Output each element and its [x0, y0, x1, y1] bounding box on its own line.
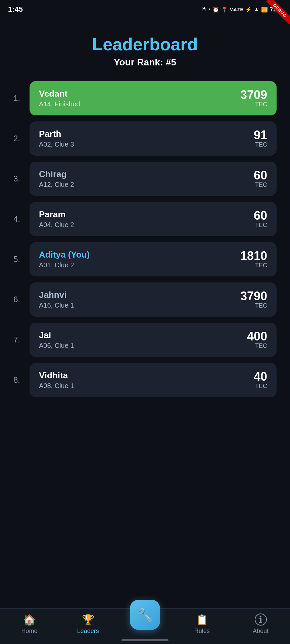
rank-number: 7. [13, 335, 30, 344]
wifi-icon: ▲ [254, 6, 259, 12]
user-rank: Your Rank: #5 [7, 57, 283, 68]
leaderboard-card[interactable]: VedantA14, Finished3709TEC [30, 81, 277, 115]
rules-icon: 📋 [196, 614, 208, 626]
score-wrap: 60TEC [254, 169, 267, 189]
rank-number: 8. [13, 375, 30, 385]
player-name: Parth [39, 129, 74, 139]
signal-icon: 📶 [261, 6, 268, 13]
leaderboard-card[interactable]: JaiA06, Clue 1400TEC [30, 323, 277, 357]
player-score: 1810 [240, 250, 267, 262]
score-unit: TEC [240, 101, 267, 108]
status-bar: 1:45 🖹 • ⏰ 📍 VoLTE ⚡ ▲ 📶 72% [0, 0, 290, 17]
score-unit: TEC [240, 262, 267, 269]
home-icon: 🏠 [23, 614, 36, 626]
player-name: Chirag [39, 169, 74, 179]
rank-number: 6. [13, 295, 30, 304]
status-icons: 🖹 • ⏰ 📍 VoLTE ⚡ ▲ 📶 72% [201, 6, 282, 13]
player-info: VidhitaA08, Clue 1 [39, 370, 74, 390]
wrench-icon: 🔧 [137, 607, 153, 622]
score-wrap: 1810TEC [240, 250, 267, 269]
player-info: ChiragA12, Clue 2 [39, 169, 74, 189]
score-wrap: 60TEC [254, 210, 267, 229]
table-row: 2.ParthA02, Clue 391TEC [13, 121, 277, 156]
status-time: 1:45 [8, 5, 23, 14]
player-info: ParthA02, Clue 3 [39, 129, 74, 148]
score-unit: TEC [254, 222, 267, 229]
table-row: 5.Aditya (You)A01, Clue 21810TEC [13, 242, 277, 276]
player-score: 60 [254, 169, 267, 181]
player-progress: A02, Clue 3 [39, 141, 74, 148]
bottom-nav: 🏠 Home 🏆 Leaders 🔧 📋 Rules ℹ About [0, 608, 290, 644]
dot-icon: • [208, 6, 210, 12]
info-icon: ℹ [255, 613, 267, 626]
score-wrap: 3709TEC [240, 89, 267, 108]
player-score: 91 [254, 129, 267, 141]
score-unit: TEC [254, 383, 267, 390]
player-name: Vidhita [39, 370, 74, 381]
player-score: 40 [254, 371, 267, 383]
leaderboard-card[interactable]: ParthA02, Clue 391TEC [30, 121, 277, 156]
leaderboard-card[interactable]: VidhitaA08, Clue 140TEC [30, 363, 277, 397]
player-info: ParamA04, Clue 2 [39, 209, 74, 229]
rank-number: 5. [13, 255, 30, 264]
leaderboard-card[interactable]: ParamA04, Clue 260TEC [30, 202, 277, 236]
leaderboard-card[interactable]: Aditya (You)A01, Clue 21810TEC [30, 242, 277, 276]
nav-item-rules[interactable]: 📋 Rules [185, 614, 219, 635]
player-info: VedantA14, Finished [39, 89, 80, 108]
player-info: Aditya (You)A01, Clue 2 [39, 250, 90, 269]
player-name: Jai [39, 330, 74, 340]
nav-item-leaders[interactable]: 🏆 Leaders [71, 614, 105, 635]
player-info: JahnviA16, Clue 1 [39, 290, 74, 309]
table-row: 3.ChiragA12, Clue 260TEC [13, 162, 277, 196]
rank-number: 1. [13, 94, 30, 103]
player-name: Jahnvi [39, 290, 74, 300]
score-wrap: 91TEC [254, 129, 267, 148]
fab-wrap: 🔧 [130, 600, 160, 630]
bluetooth-icon: ⚡ [245, 6, 252, 13]
header: Leaderboard Your Rank: #5 [0, 17, 290, 78]
score-wrap: 40TEC [254, 371, 267, 390]
home-indicator [122, 639, 168, 641]
rank-number: 4. [13, 214, 30, 224]
player-progress: A06, Clue 1 [39, 342, 74, 350]
rank-number: 3. [13, 174, 30, 183]
leaderboard-card[interactable]: ChiragA12, Clue 260TEC [30, 162, 277, 196]
player-name: Param [39, 209, 74, 220]
message-icon: 🖹 [201, 6, 206, 12]
volte-icon: VoLTE [230, 7, 243, 12]
player-score: 3709 [240, 89, 267, 101]
player-name: Vedant [39, 89, 80, 99]
score-unit: TEC [247, 342, 267, 350]
battery-text: 72% [270, 6, 282, 13]
player-progress: A16, Clue 1 [39, 302, 74, 309]
player-score: 3790 [240, 290, 267, 302]
fab-button[interactable]: 🔧 [130, 600, 160, 630]
table-row: 6.JahnviA16, Clue 13790TEC [13, 282, 277, 317]
nav-item-home[interactable]: 🏠 Home [12, 614, 46, 635]
table-row: 4.ParamA04, Clue 260TEC [13, 202, 277, 236]
score-unit: TEC [254, 141, 267, 148]
score-wrap: 400TEC [247, 330, 267, 350]
trophy-icon: 🏆 [82, 614, 94, 626]
nav-label-about: About [253, 628, 269, 635]
table-row: 7.JaiA06, Clue 1400TEC [13, 323, 277, 357]
score-wrap: 3790TEC [240, 290, 267, 309]
nav-item-about[interactable]: ℹ About [244, 613, 278, 635]
player-info: JaiA06, Clue 1 [39, 330, 74, 350]
leaderboard-list: 1.VedantA14, Finished3709TEC2.ParthA02, … [0, 78, 290, 410]
player-progress: A04, Clue 2 [39, 221, 74, 229]
nav-label-leaders: Leaders [77, 628, 99, 635]
score-unit: TEC [254, 181, 267, 189]
leaderboard-card[interactable]: JahnviA16, Clue 13790TEC [30, 282, 277, 317]
table-row: 8.VidhitaA08, Clue 140TEC [13, 363, 277, 397]
player-score: 60 [254, 210, 267, 222]
player-progress: A14, Finished [39, 100, 80, 108]
player-progress: A12, Clue 2 [39, 181, 74, 189]
player-score: 400 [247, 330, 267, 342]
location-icon: 📍 [221, 6, 228, 13]
player-name: Aditya (You) [39, 250, 90, 260]
table-row: 1.VedantA14, Finished3709TEC [13, 81, 277, 115]
nav-label-rules: Rules [194, 628, 210, 635]
page-title: Leaderboard [7, 34, 283, 54]
nav-label-home: Home [21, 628, 37, 635]
